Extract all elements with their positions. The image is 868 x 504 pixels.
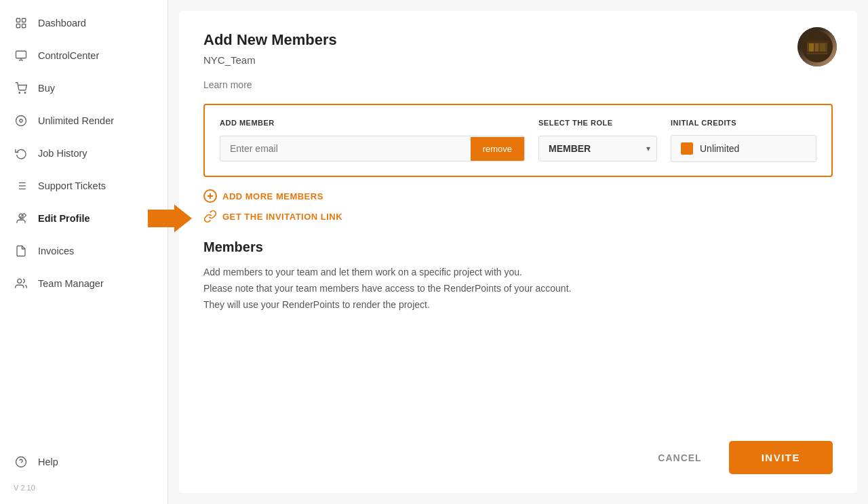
credits-wrapper: Unlimited [671, 135, 816, 162]
grid-icon [14, 16, 28, 31]
add-more-members-link[interactable]: ADD MORE MEMBERS [203, 189, 833, 203]
member-form-box: ADD MEMBER SELECT THE ROLE INITIAL CREDI… [203, 104, 833, 177]
version-label: V 2.10 [0, 478, 167, 497]
form-headers: ADD MEMBER SELECT THE ROLE INITIAL CREDI… [220, 119, 816, 127]
monitor-icon [14, 48, 28, 63]
avatar-image [797, 27, 837, 66]
members-section: Members Add members to your team and let… [203, 239, 833, 313]
link-icon [203, 210, 217, 223]
add-more-label: ADD MORE MEMBERS [222, 191, 323, 201]
cancel-button[interactable]: CANCEL [642, 443, 717, 473]
user-edit-icon [14, 211, 28, 226]
email-input-wrapper: remove [220, 136, 525, 161]
history-icon [14, 146, 28, 161]
sidebar-label-invoices: Invoices [38, 246, 74, 256]
content-area: Add New Members NYC_Team Learn more ADD … [179, 11, 857, 493]
svg-rect-26 [820, 43, 825, 52]
sidebar-item-unlimited-render[interactable]: Unlimited Render [0, 104, 167, 137]
sidebar-label-support-tickets: Support Tickets [38, 180, 106, 191]
bottom-buttons: CANCEL INVITE [642, 441, 833, 474]
users-icon [14, 276, 28, 291]
sidebar-label-unlimited-render: Unlimited Render [38, 115, 114, 126]
main-content: Add New Members NYC_Team Learn more ADD … [168, 0, 868, 504]
sidebar-label-job-history: Job History [38, 148, 87, 159]
svg-point-10 [20, 119, 23, 123]
file-icon [14, 244, 28, 258]
svg-rect-2 [16, 24, 20, 28]
svg-rect-4 [16, 51, 26, 58]
members-title: Members [203, 239, 833, 255]
sidebar-label-dashboard: Dashboard [38, 18, 86, 28]
svg-rect-3 [22, 24, 26, 28]
svg-rect-24 [809, 43, 814, 52]
sidebar-item-support-tickets[interactable]: Support Tickets [0, 170, 167, 202]
credits-value: Unlimited [700, 143, 739, 154]
add-member-header: ADD MEMBER [220, 119, 525, 127]
members-desc-line2: Please note that your team members have … [203, 283, 571, 294]
svg-point-9 [16, 116, 26, 126]
sidebar: Dashboard ControlCenter Buy Unlimited Re… [0, 0, 168, 504]
form-inputs: remove MEMBER ADMIN VIEWER ▾ Unlimited [220, 135, 816, 162]
invitation-link-label: GET THE INVITATION LINK [222, 212, 342, 222]
sidebar-label-team-manager: Team Manager [38, 278, 104, 289]
sidebar-label-edit-profile: Edit Profile [38, 213, 90, 224]
disc-icon [14, 113, 28, 128]
role-header: SELECT THE ROLE [538, 119, 657, 127]
svg-point-20 [16, 457, 26, 467]
members-description: Add members to your team and let them wo… [203, 265, 833, 313]
learn-more-link[interactable]: Learn more [203, 79, 833, 90]
invitation-link[interactable]: GET THE INVITATION LINK [203, 210, 833, 223]
sidebar-item-dashboard[interactable]: Dashboard [0, 7, 167, 39]
sidebar-label-controlcenter: ControlCenter [38, 50, 99, 61]
svg-point-19 [18, 279, 22, 283]
sidebar-item-job-history[interactable]: Job History [0, 137, 167, 170]
sidebar-label-buy: Buy [38, 83, 55, 94]
role-select[interactable]: MEMBER ADMIN VIEWER [538, 136, 657, 161]
svg-rect-1 [22, 18, 26, 22]
svg-rect-27 [806, 41, 829, 43]
cart-icon [14, 81, 28, 96]
avatar [797, 27, 837, 66]
role-select-wrapper: MEMBER ADMIN VIEWER ▾ [538, 136, 657, 161]
sidebar-label-help: Help [38, 457, 58, 467]
svg-rect-25 [815, 43, 818, 52]
plus-circle-icon [203, 189, 217, 203]
members-desc-line3: They will use your RenderPoints to rende… [203, 299, 430, 310]
sidebar-item-team-manager[interactable]: Team Manager [0, 267, 167, 300]
sidebar-item-invoices[interactable]: Invoices [0, 235, 167, 267]
members-desc-line1: Add members to your team and let them wo… [203, 267, 522, 277]
svg-marker-18 [148, 205, 192, 233]
sidebar-item-controlcenter[interactable]: ControlCenter [0, 39, 167, 72]
sidebar-item-edit-profile[interactable]: Edit Profile [0, 202, 167, 235]
avatar-svg [802, 31, 833, 62]
help-circle-icon [14, 454, 28, 469]
team-name: NYC_Team [203, 54, 833, 66]
credits-header: INITIAL CREDITS [671, 119, 816, 127]
sidebar-item-buy[interactable]: Buy [0, 72, 167, 104]
invite-button[interactable]: INVITE [729, 441, 833, 474]
remove-button[interactable]: remove [471, 137, 524, 161]
sidebar-bottom: Help V 2.10 [0, 446, 167, 504]
arrow-indicator [148, 204, 192, 233]
svg-point-7 [19, 92, 20, 94]
list-icon [14, 178, 28, 193]
page-title: Add New Members [203, 31, 833, 49]
sidebar-item-help[interactable]: Help [0, 446, 167, 478]
svg-rect-28 [806, 52, 829, 53]
svg-rect-0 [16, 18, 20, 22]
svg-point-8 [24, 92, 26, 94]
credits-color-box [681, 142, 693, 155]
email-input[interactable] [220, 136, 471, 161]
